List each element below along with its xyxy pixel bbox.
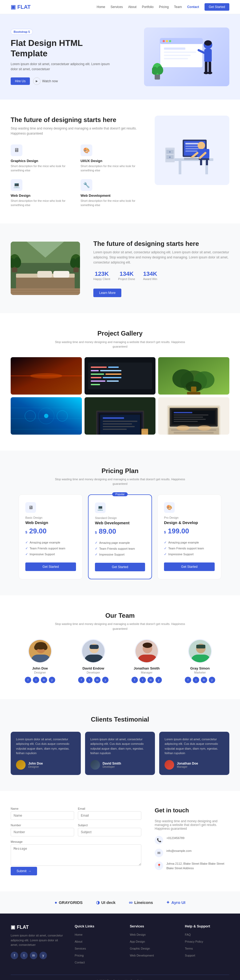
social-tw-3[interactable]: t xyxy=(139,677,146,683)
social-fb-2[interactable]: f xyxy=(78,677,85,683)
name-input[interactable] xyxy=(11,811,74,820)
svg-rect-76 xyxy=(91,377,101,378)
stat-label-1: Happy Client xyxy=(93,277,110,281)
footer-social-fb[interactable]: f xyxy=(11,952,18,959)
svg-rect-72 xyxy=(91,370,99,371)
svg-point-20 xyxy=(157,66,163,75)
svg-rect-120 xyxy=(174,415,208,415)
testimonial-text-1: Lorem ipsum dolor sit amet, consectetur … xyxy=(16,737,76,756)
social-yt-4[interactable]: y xyxy=(209,677,215,683)
pro-feature-2: ✓Team Friends support team xyxy=(164,546,215,551)
social-tw-4[interactable]: t xyxy=(193,677,199,683)
footer-help-2: Privacy Policy xyxy=(185,939,229,944)
nav-pricing[interactable]: Pricing xyxy=(159,5,169,9)
partner-ayroui: ✦ Ayro UI xyxy=(166,900,185,905)
basic-get-started-button[interactable]: Get Started xyxy=(25,563,76,571)
nav-portfolio[interactable]: Portfolio xyxy=(142,5,153,9)
about-description: Lorem ipsum dolor sit amet, consectetur … xyxy=(93,250,229,266)
footer-socials: f t in y xyxy=(11,952,64,959)
testimonial-author-info-3: Jonathan Doe Manager xyxy=(177,762,198,768)
svg-rect-52 xyxy=(37,271,52,278)
partner-lineicons: ∞ Lineicons xyxy=(129,899,153,905)
social-fb-3[interactable]: f xyxy=(131,677,138,683)
social-li-2[interactable]: in xyxy=(94,677,101,683)
footer-service-4: Web Development xyxy=(130,953,174,958)
footer-copyright: © 2021 Flat. Designed by GrayGrids xyxy=(11,975,229,980)
nav-about[interactable]: About xyxy=(128,5,137,9)
hero-hire-button[interactable]: Hire Us xyxy=(11,77,30,85)
number-label: Number xyxy=(11,824,74,827)
team-cards: John Doe Designer f t in y David Endow xyxy=(11,639,229,683)
services-list: Web Design App Design Graphic Design Web… xyxy=(130,932,174,958)
feature-name-4: Web Development xyxy=(81,194,144,197)
nav-cta-button[interactable]: Get Started xyxy=(205,3,229,11)
svg-rect-119 xyxy=(174,412,193,413)
learn-more-button[interactable]: Learn More xyxy=(93,289,122,297)
hero-buttons: Hire Us ▶ Watch now xyxy=(11,77,112,85)
partners-section: ● GRAYGRIDS ◑ UI deck ∞ Lineicons ✦ Ayro… xyxy=(0,891,240,913)
nav-team[interactable]: Team xyxy=(174,5,182,9)
subject-input[interactable] xyxy=(78,828,141,836)
social-yt-3[interactable]: y xyxy=(155,677,162,683)
submit-button[interactable]: Submit → xyxy=(11,867,37,875)
pro-plan-price: $ 199.00 xyxy=(164,527,215,535)
footer-social-tw[interactable]: t xyxy=(20,952,28,959)
form-group-subject: Subject xyxy=(78,824,141,836)
footer-social-yt[interactable]: y xyxy=(39,952,47,959)
svg-rect-142 xyxy=(138,655,157,663)
social-fb-1[interactable]: f xyxy=(25,677,31,683)
nav-contact[interactable]: Contact xyxy=(187,5,199,9)
svg-rect-5 xyxy=(164,48,185,50)
team-socials-3: f t in y xyxy=(123,677,171,683)
testimonials-section: Clients Testimonial Lorem ipsum dolor si… xyxy=(0,699,240,791)
social-tw-1[interactable]: t xyxy=(33,677,39,683)
nav-home[interactable]: Home xyxy=(97,5,105,9)
social-tw-2[interactable]: t xyxy=(86,677,93,683)
nav-services[interactable]: Services xyxy=(111,5,123,9)
form-group-name: Name xyxy=(11,807,74,820)
svg-rect-14 xyxy=(208,62,211,72)
team-card-2: David Endow Developer f t in y xyxy=(69,639,117,683)
feature-name-1: Graphics Design xyxy=(11,159,74,163)
features-subtitle: Stop wasting time and money designing an… xyxy=(11,126,144,136)
hero-illustration xyxy=(144,27,229,86)
team-role-3: Manager xyxy=(123,671,171,674)
pricing-section: Pricing Plan Stop wasting time and money… xyxy=(0,450,240,595)
social-yt-2[interactable]: y xyxy=(102,677,109,683)
social-li-3[interactable]: in xyxy=(147,677,154,683)
social-li-1[interactable]: in xyxy=(41,677,47,683)
location-icon: 📍 xyxy=(155,861,163,870)
team-socials-2: f t in y xyxy=(69,677,117,683)
svg-point-124 xyxy=(177,425,190,431)
svg-point-45 xyxy=(169,156,171,158)
ayroui-name: Ayro UI xyxy=(171,900,185,905)
logo[interactable]: ▣ FLAT xyxy=(11,4,31,10)
number-input[interactable] xyxy=(11,828,74,836)
svg-rect-115 xyxy=(174,432,214,434)
social-fb-4[interactable]: f xyxy=(185,677,191,683)
message-textarea[interactable] xyxy=(11,845,141,866)
hero-watch-button[interactable]: ▶ Watch now xyxy=(33,77,58,85)
feature-desc-3: Short description for the mice who look … xyxy=(11,199,74,207)
footer-social-li[interactable]: in xyxy=(30,952,37,959)
basic-plan-icon: 🖥 xyxy=(25,502,36,513)
social-li-4[interactable]: in xyxy=(201,677,207,683)
submit-arrow-icon: → xyxy=(28,869,31,873)
standard-get-started-button[interactable]: Get Started xyxy=(95,563,145,571)
web-dev-icon: 🔧 xyxy=(81,179,92,191)
ayroui-icon: ✦ xyxy=(166,900,170,905)
standard-plan-type: Standard Design xyxy=(95,516,145,520)
social-yt-1[interactable]: y xyxy=(49,677,55,683)
contact-form: Name Email Number Subject Message Submit xyxy=(11,807,141,875)
email-input[interactable] xyxy=(78,811,141,820)
testimonial-role-1: Designer xyxy=(28,765,43,768)
svg-rect-28 xyxy=(185,148,200,149)
basic-plan-name: Web Design xyxy=(25,520,76,525)
basic-plan-price: $ 29.00 xyxy=(25,527,76,535)
pro-get-started-button[interactable]: Get Started xyxy=(164,563,215,571)
email-icon: ✉ xyxy=(155,849,163,857)
form-group-email: Email xyxy=(78,807,141,820)
svg-rect-49 xyxy=(16,276,75,290)
email-info-text: info@example.com xyxy=(166,849,191,853)
features-section: The future of designing starts here Stop… xyxy=(0,100,240,223)
